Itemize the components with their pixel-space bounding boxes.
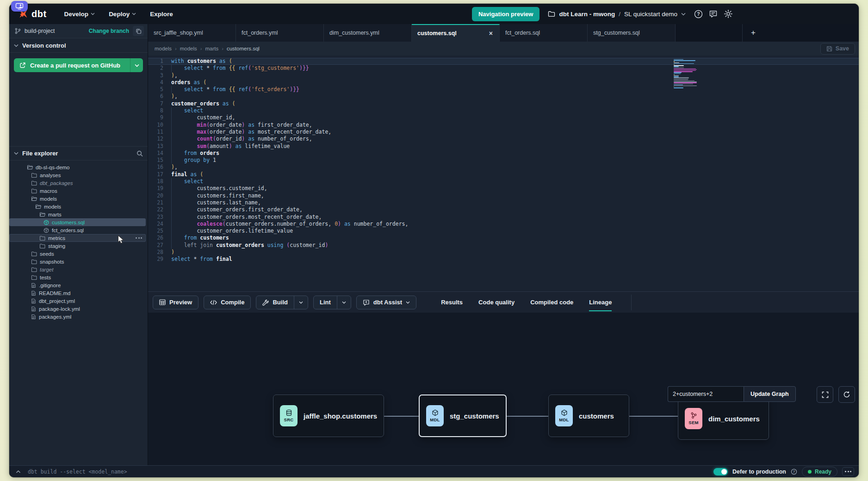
- change-branch-link[interactable]: Change branch: [89, 28, 129, 34]
- refresh-button[interactable]: [838, 386, 855, 403]
- code-line[interactable]: 2 select * from {{ ref('stg_customers')}…: [148, 65, 859, 72]
- code-line[interactable]: 8 select: [148, 107, 859, 114]
- lint-dropdown-button[interactable]: [337, 296, 351, 309]
- code-line[interactable]: 7 customer_orders as (: [148, 100, 859, 107]
- lint-button[interactable]: Lint: [314, 296, 337, 309]
- menu-develop[interactable]: Develop: [59, 8, 101, 20]
- tab-stg-customers-sql[interactable]: stg_customers.sql: [588, 24, 676, 42]
- tree-item-dbt-packages[interactable]: dbt_packages: [9, 179, 146, 187]
- command-input[interactable]: [28, 469, 185, 475]
- code-line[interactable]: 10 min(order_date) as first_order_date,: [148, 122, 859, 129]
- tab-dim-customers-yml[interactable]: dim_customers.yml: [324, 24, 412, 42]
- tree-item-gitignore[interactable]: .gitignore: [9, 281, 146, 289]
- tree-item-seeds[interactable]: seeds: [9, 250, 146, 258]
- tree-item-fct-orders-sql[interactable]: fct_orders.sql: [9, 226, 146, 234]
- code-line[interactable]: 5 select * from {{ ref('fct_orders')}}: [148, 86, 859, 93]
- code-line[interactable]: 12 count(order_id) as number_of_orders,: [148, 136, 859, 142]
- tree-item-target[interactable]: target: [9, 265, 146, 273]
- tree-item-packages-yml[interactable]: packages.yml: [9, 313, 146, 321]
- command-expand-button[interactable]: [13, 468, 23, 476]
- build-button[interactable]: Build: [256, 296, 294, 309]
- code-line[interactable]: 16 ),: [148, 164, 859, 171]
- menu-explore[interactable]: Explore: [144, 8, 179, 20]
- tab-fct-orders-sql[interactable]: fct_orders.sql: [500, 24, 588, 42]
- fullscreen-button[interactable]: [817, 386, 833, 403]
- code-line[interactable]: 27 left join customer_orders using (cust…: [148, 242, 859, 249]
- editor-minimap[interactable]: [674, 59, 697, 88]
- code-line[interactable]: 17 final as (: [148, 171, 859, 178]
- lineage-node-customers[interactable]: MDL customers: [548, 395, 629, 437]
- project-breadcrumb[interactable]: dbt Learn - mwong / SL quickstart demo: [548, 11, 686, 18]
- code-line[interactable]: 24 coalesce(customer_orders.number_of_or…: [148, 221, 859, 228]
- info-icon[interactable]: ?: [791, 469, 797, 475]
- file-explorer-header[interactable]: File explorer: [9, 146, 148, 160]
- feedback-icon[interactable]: [709, 10, 718, 18]
- new-tab-button[interactable]: +: [743, 24, 764, 42]
- menu-deploy[interactable]: Deploy: [103, 8, 142, 20]
- code-line[interactable]: 28 ): [148, 249, 859, 256]
- tree-item-package-lock-yml[interactable]: package-lock.yml: [9, 305, 146, 313]
- code-line[interactable]: 13 sum(amount) as lifetime_value: [148, 143, 859, 150]
- tree-item-readme-md[interactable]: README.md: [9, 289, 146, 297]
- tab-fct-orders-yml[interactable]: fct_orders.yml: [236, 24, 324, 42]
- defer-to-production-toggle[interactable]: [713, 468, 728, 475]
- tree-item-customers-sql[interactable]: customers.sql: [9, 218, 146, 226]
- settings-gear-icon[interactable]: [724, 9, 733, 18]
- navigation-preview-button[interactable]: Navigation preview: [472, 7, 539, 21]
- code-line[interactable]: 19 customers.customer_id,: [148, 185, 859, 192]
- search-icon[interactable]: [136, 150, 143, 157]
- tree-item-dbt-project-yml[interactable]: dbt_project.yml: [9, 297, 146, 305]
- tree-item-macros[interactable]: macros: [9, 187, 146, 195]
- compile-button[interactable]: Compile: [204, 296, 250, 309]
- save-button[interactable]: Save: [820, 43, 855, 55]
- lineage-search-input[interactable]: [668, 386, 744, 402]
- statusbar-more-button[interactable]: [842, 467, 854, 476]
- tree-item-analyses[interactable]: analyses: [9, 171, 146, 179]
- code-line[interactable]: 20 customers.first_name,: [148, 192, 859, 199]
- tree-item-staging[interactable]: staging: [9, 242, 146, 250]
- code-line[interactable]: 21 customers.last_name,: [148, 199, 859, 206]
- code-line[interactable]: 18 select: [148, 178, 859, 185]
- code-line[interactable]: 22 customer_orders.first_order_date,: [148, 206, 859, 213]
- update-graph-button[interactable]: Update Graph: [744, 386, 796, 402]
- tree-item-models[interactable]: models: [9, 195, 146, 203]
- code-line[interactable]: 14 from orders: [148, 150, 859, 157]
- code-line[interactable]: 9 customer_id,: [148, 114, 859, 121]
- code-line[interactable]: 26 from customers: [148, 234, 859, 241]
- panel-tab-compiled-code[interactable]: Compiled code: [530, 295, 573, 309]
- panel-tab-lineage[interactable]: Lineage: [589, 295, 612, 309]
- tab-src-jaffle-shop-yml[interactable]: src_jaffle_shop.yml: [148, 24, 236, 42]
- lineage-node-dim-customers[interactable]: SEM dim_customers: [678, 397, 769, 440]
- build-dropdown-button[interactable]: [294, 296, 308, 309]
- tree-item-tests[interactable]: tests: [9, 273, 146, 281]
- code-line[interactable]: 3 ),: [148, 72, 859, 79]
- panel-tab-code-quality[interactable]: Code quality: [478, 295, 515, 309]
- code-line[interactable]: 29 select * from final: [148, 256, 859, 263]
- code-line[interactable]: 4 orders as (: [148, 79, 859, 86]
- code-line[interactable]: 15 group by 1: [148, 157, 859, 164]
- code-line[interactable]: 23 customer_orders.most_recent_order_dat…: [148, 214, 859, 221]
- tree-item-models[interactable]: models: [9, 203, 146, 210]
- create-pull-request-button[interactable]: Create a pull request on GitHub: [14, 58, 130, 72]
- tree-item-snapshots[interactable]: snapshots: [9, 258, 146, 265]
- tree-item-metrics[interactable]: metrics: [9, 234, 146, 242]
- tree-item-marts[interactable]: marts: [9, 210, 146, 218]
- close-tab-icon[interactable]: ×: [488, 30, 494, 37]
- version-control-header[interactable]: Version control: [9, 38, 148, 53]
- code-line[interactable]: 11 max(order_date) as most_recent_order_…: [148, 129, 859, 136]
- pr-dropdown-button[interactable]: [130, 58, 143, 72]
- help-icon[interactable]: ?: [694, 10, 703, 18]
- copy-branch-button[interactable]: [133, 26, 144, 36]
- lineage-node-jaffle-shop-customers[interactable]: SRC jaffle_shop.customers: [273, 395, 384, 437]
- code-line[interactable]: 6 ),: [148, 93, 859, 100]
- code-line[interactable]: 25 customer_orders.lifetime_value: [148, 228, 859, 234]
- preview-button[interactable]: Preview: [153, 296, 198, 309]
- tab-customers-sql[interactable]: customers.sql ×: [412, 24, 500, 42]
- tree-item-db-sl-qs-demo[interactable]: db-sl-qs-demo: [9, 163, 146, 171]
- panel-tab-results[interactable]: Results: [441, 295, 463, 309]
- lineage-node-stg-customers[interactable]: MDL stg_customers: [419, 395, 507, 437]
- ellipsis-icon[interactable]: [136, 237, 142, 239]
- code-editor[interactable]: 1 with customers as ( 2 select * from {{…: [148, 56, 859, 291]
- code-line[interactable]: 1 with customers as (: [148, 58, 859, 65]
- dbt-assist-button[interactable]: dbt Assist: [357, 296, 416, 309]
